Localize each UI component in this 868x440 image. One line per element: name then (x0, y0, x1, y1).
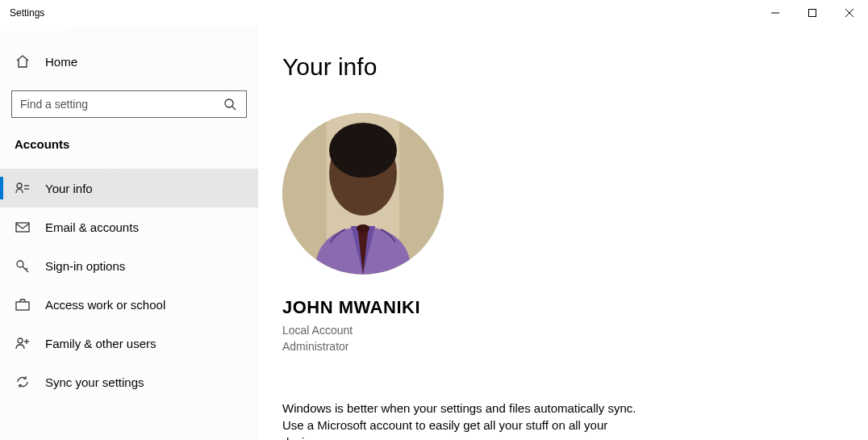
svg-point-12 (18, 338, 23, 343)
sidebar-item-label: Your info (45, 182, 93, 195)
main-content: Your info JOH (258, 26, 868, 440)
maximize-icon (808, 9, 816, 17)
sidebar-item-sync-settings[interactable]: Sync your settings (0, 362, 258, 401)
sidebar: Home Accounts Your info Em (0, 26, 258, 440)
svg-rect-1 (809, 10, 816, 17)
account-type: Local Account (282, 323, 844, 339)
svg-point-4 (225, 99, 233, 107)
svg-rect-11 (16, 302, 29, 310)
minimize-button[interactable] (757, 0, 794, 26)
close-button[interactable] (831, 0, 868, 26)
page-title: Your info (282, 53, 844, 81)
svg-point-19 (329, 123, 397, 178)
window-title: Settings (10, 7, 757, 19)
key-icon (15, 258, 31, 274)
svg-rect-9 (16, 223, 29, 232)
sidebar-item-family-users[interactable]: Family & other users (0, 324, 258, 362)
maximize-button[interactable] (794, 0, 831, 26)
home-icon (15, 53, 31, 69)
sidebar-item-label: Sync your settings (45, 375, 144, 389)
sidebar-item-label: Sign-in options (45, 259, 125, 273)
search-input[interactable] (20, 98, 222, 111)
user-name: JOHN MWANIKI (282, 297, 844, 318)
sidebar-item-work-school[interactable]: Access work or school (0, 285, 258, 324)
mail-icon (15, 219, 31, 235)
search-wrap (0, 90, 258, 137)
avatar-image (282, 113, 444, 274)
avatar (282, 113, 444, 274)
home-nav[interactable]: Home (0, 45, 258, 78)
sidebar-item-email-accounts[interactable]: Email & accounts (0, 207, 258, 246)
svg-line-5 (232, 107, 236, 110)
minimize-icon (771, 9, 779, 17)
home-label: Home (45, 55, 77, 69)
svg-point-10 (17, 261, 23, 267)
user-role: Administrator (282, 339, 844, 355)
sidebar-item-signin-options[interactable]: Sign-in options (0, 246, 258, 285)
people-plus-icon (15, 335, 31, 351)
sidebar-item-label: Email & accounts (45, 220, 139, 234)
sidebar-item-label: Access work or school (45, 298, 165, 312)
nav-list: Your info Email & accounts Sign-in optio… (0, 169, 258, 401)
svg-point-20 (357, 224, 369, 233)
sync-icon (15, 374, 31, 390)
search-icon (222, 96, 238, 112)
section-header: Accounts (0, 137, 258, 169)
window-controls (757, 0, 868, 26)
search-box[interactable] (11, 90, 247, 118)
sidebar-item-label: Family & other users (45, 337, 156, 350)
titlebar: Settings (0, 0, 868, 26)
person-card-icon (15, 180, 31, 196)
sidebar-item-your-info[interactable]: Your info (0, 169, 258, 207)
briefcase-icon (15, 296, 31, 312)
svg-point-6 (17, 183, 22, 188)
sync-description: Windows is better when your settings and… (282, 400, 653, 440)
close-icon (845, 9, 853, 17)
